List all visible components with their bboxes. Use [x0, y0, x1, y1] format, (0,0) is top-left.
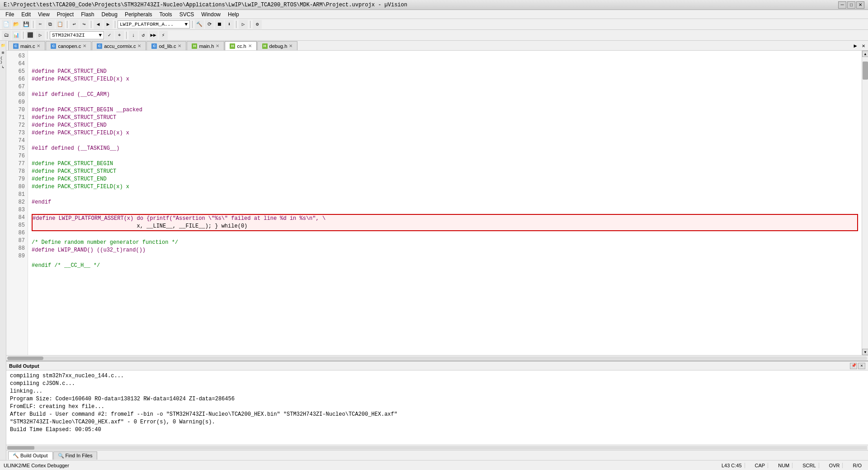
line-number-69: 69	[6, 99, 25, 106]
build-output-title: Build Output	[9, 363, 39, 369]
sidebar-icon-1[interactable]: 📁	[0, 43, 6, 48]
code-line-67	[32, 99, 858, 106]
tab-debug_h[interactable]: Hdebug.h✕	[257, 41, 298, 50]
vscroll-up[interactable]: ▲	[862, 51, 868, 57]
code-line-87	[32, 254, 858, 262]
line-number-78: 78	[6, 168, 25, 176]
tab-close-main_h[interactable]: ✕	[216, 43, 219, 48]
save-button[interactable]: 💾	[22, 20, 31, 29]
code-line-64: #define PACK_STRUCT_FIELD(x) x	[32, 76, 858, 83]
tab-main_h[interactable]: Hmain.h✕	[187, 41, 224, 50]
menu-item-window[interactable]: Window	[198, 10, 224, 19]
sidebar-icon-4[interactable]: ↳	[0, 64, 6, 70]
tab-close-od_lib_c[interactable]: ✕	[178, 43, 181, 48]
code-line-86: #define LWIP_RAND() ((u32_t)rand())	[32, 247, 858, 254]
build-line: "STM32H743ZI-Nucleo\TCA200_HEX.axf" - 0 …	[10, 418, 864, 426]
tab-od_lib_c[interactable]: Cod_lib.c✕	[146, 41, 186, 50]
t2-btn2[interactable]: ▷	[36, 31, 45, 40]
tab-close-debug_h[interactable]: ✕	[289, 43, 292, 48]
build-hscrollbar[interactable]	[6, 445, 868, 450]
sidebar-icon-2[interactable]: ⊞	[0, 50, 6, 55]
toolbar-1: 📄 📂 💾 ✂ ⧉ 📋 ↩ ↪ ◀ ▶ LWIP_PLATFORM_A... ▼…	[0, 19, 868, 30]
next-button[interactable]: ▶	[104, 20, 113, 29]
open-file-button[interactable]: 📂	[12, 20, 21, 29]
paste-button[interactable]: 📋	[56, 20, 65, 29]
tab-main_c[interactable]: Cmain.c✕	[8, 41, 45, 50]
tab-label-main_h: main.h	[199, 43, 214, 49]
separator-7	[250, 21, 250, 28]
status-right: L43 C:45 CAP NUM SCRL OVR R/O	[719, 463, 864, 468]
redo-button[interactable]: ↪	[80, 20, 89, 29]
download-button[interactable]: ⬇	[225, 20, 234, 29]
build-line: After Build - User command #2: fromelf -…	[10, 411, 864, 418]
build-button[interactable]: 🔨	[195, 20, 204, 29]
workspace-btn[interactable]: 🗂	[2, 31, 11, 40]
menu-item-tools[interactable]: Tools	[156, 10, 176, 19]
code-hscrollbar[interactable]	[6, 355, 868, 361]
t2-step-btn[interactable]: ↓	[129, 31, 138, 40]
t2-search-btn[interactable]: ⌖	[115, 31, 124, 40]
menu-item-peripherals[interactable]: Peripherals	[121, 10, 156, 19]
t2-reset-btn[interactable]: ↺	[139, 31, 148, 40]
target-dropdown[interactable]: LWIP_PLATFORM_A... ▼	[118, 20, 190, 28]
line-number-70: 70	[6, 106, 25, 114]
vscroll-down[interactable]: ▼	[862, 349, 868, 355]
new-file-button[interactable]: 📄	[2, 20, 11, 29]
tab-close-accu_cormix_c[interactable]: ✕	[137, 43, 141, 48]
tab-canopen_c[interactable]: Ccanopen.c✕	[46, 41, 91, 50]
menu-item-svcs[interactable]: SVCS	[176, 10, 198, 19]
tab-cc_h[interactable]: Hcc.h✕	[225, 41, 256, 50]
copy-button[interactable]: ⧉	[46, 20, 55, 29]
code-scroll: 6364656667686970717273747576777879808182…	[6, 51, 868, 355]
tab-close-canopen_c[interactable]: ✕	[83, 43, 86, 48]
rebuild-button[interactable]: ⟳	[205, 20, 214, 29]
t2-btn1[interactable]: ⬛	[26, 31, 35, 40]
t2-run-btn[interactable]: ▶▶	[149, 31, 158, 40]
t2-verify-btn[interactable]: ✓	[105, 31, 114, 40]
options-button[interactable]: ⚙	[253, 20, 262, 29]
minimize-button[interactable]: ─	[838, 1, 846, 9]
cut-button[interactable]: ✂	[36, 20, 45, 29]
menu-item-edit[interactable]: Edit	[18, 10, 34, 19]
build-output-pin[interactable]: 📌	[850, 363, 857, 369]
build-tab-find-in-files[interactable]: 🔍Find In Files	[53, 451, 98, 460]
debug-button[interactable]: ▷	[239, 20, 248, 29]
tab-close-all[interactable]: ✕	[860, 41, 867, 50]
menu-item-view[interactable]: View	[34, 10, 53, 19]
separator-5	[192, 21, 193, 28]
menu-item-project[interactable]: Project	[53, 10, 77, 19]
maximize-button[interactable]: □	[847, 1, 855, 9]
line-number-86: 86	[6, 229, 25, 237]
code-line-74	[32, 152, 858, 160]
code-content[interactable]: #define PACK_STRUCT_END#define PACK_STRU…	[28, 51, 862, 355]
sidebar-icon-3[interactable]: { }	[0, 57, 6, 62]
stop-button[interactable]: ⏹	[215, 20, 224, 29]
build-output-content[interactable]: compiling stm32h7xx_nucleo_144.c...compi…	[6, 370, 868, 445]
vscroll-thumb[interactable]	[863, 62, 868, 80]
register-btn[interactable]: 📊	[12, 31, 21, 40]
tab-icon-debug_h: H	[262, 43, 268, 49]
hscroll-track[interactable]	[7, 356, 867, 360]
device-dropdown[interactable]: STM32H743ZI ▼	[50, 31, 104, 39]
tab-accu_cormix_c[interactable]: Caccu_cormix.c✕	[92, 41, 146, 50]
code-line-77: #define PACK_STRUCT_END	[32, 176, 858, 183]
menu-item-file[interactable]: File	[2, 10, 18, 19]
tab-close-main_c[interactable]: ✕	[37, 43, 40, 48]
undo-button[interactable]: ↩	[70, 20, 79, 29]
build-tab-build-output[interactable]: 🔨Build Output	[8, 451, 53, 460]
vscroll-track[interactable]	[862, 57, 868, 349]
close-button[interactable]: ✕	[856, 1, 864, 9]
menu-item-flash[interactable]: Flash	[77, 10, 98, 19]
t2-extra-btn[interactable]: ⚡	[159, 31, 168, 40]
menu-item-help[interactable]: Help	[224, 10, 243, 19]
tab-close-cc_h[interactable]: ✕	[248, 43, 252, 48]
menu-item-debug[interactable]: Debug	[98, 10, 121, 19]
line-number-83: 83	[6, 206, 25, 214]
line-number-77: 77	[6, 160, 25, 168]
status-left: ULINK2/ME Cortex Debugger	[4, 463, 69, 468]
title-bar: E:\Project\test\TCA200_Code\Projects\STM…	[0, 0, 868, 10]
hscroll-thumb[interactable]	[7, 356, 43, 360]
tab-scroll-right[interactable]: ▶	[852, 41, 859, 50]
build-output-close[interactable]: ✕	[858, 363, 865, 369]
prev-button[interactable]: ◀	[94, 20, 103, 29]
